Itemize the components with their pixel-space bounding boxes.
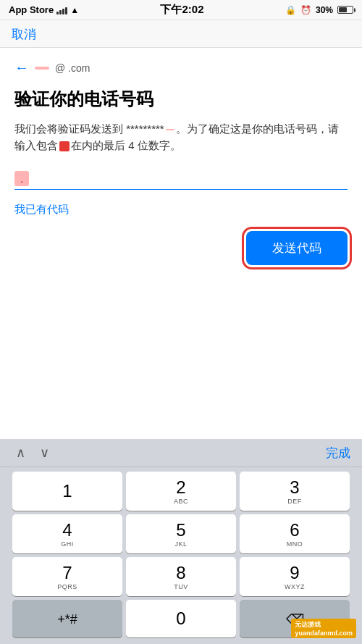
description: 我们会将验证码发送到 ********* 。为了确定这是你的电话号码，请输入包含… [14, 120, 348, 154]
keyboard-toolbar: ∧ ∨ 完成 [0, 439, 362, 467]
key-5-num: 5 [176, 522, 185, 539]
battery-percent: 30% [316, 5, 333, 15]
key-0-num: 0 [176, 610, 185, 627]
code-input-value: . [14, 171, 29, 186]
key-8-num: 8 [176, 564, 185, 582]
key-1[interactable]: 1 [12, 472, 122, 511]
battery-icon [337, 6, 353, 14]
key-2-letters: ABC [174, 498, 188, 505]
nav-bar: 取消 [0, 20, 362, 48]
input-area[interactable]: . [14, 171, 348, 190]
key-4[interactable]: 4 GHI [12, 514, 122, 553]
key-3-letters: DEF [287, 498, 302, 505]
back-arrow-icon[interactable]: ← [14, 59, 29, 76]
status-bar: App Store ▲ 下午2:02 🔒 ⏰ 30% [0, 0, 362, 20]
clock: 下午2:02 [160, 3, 203, 17]
key-5-letters: JKL [174, 540, 187, 548]
key-3-num: 3 [290, 479, 299, 496]
key-0[interactable]: 0 [126, 600, 236, 637]
key-1-num: 1 [62, 482, 72, 500]
keyboard-area: ∧ ∨ 完成 1 2 ABC 3 DEF 4 GHI [0, 439, 362, 644]
send-btn-row: 发送代码 [14, 231, 348, 265]
key-3[interactable]: 3 DEF [240, 472, 350, 511]
key-4-num: 4 [62, 522, 72, 539]
key-8-letters: TUV [174, 583, 188, 590]
page-title: 验证你的电话号码 [14, 89, 348, 110]
content-area: ← @ .com 验证你的电话号码 我们会将验证码发送到 ********* 。… [0, 48, 362, 284]
key-special-chars[interactable]: +*# [12, 600, 122, 637]
send-code-button[interactable]: 发送代码 [246, 231, 348, 265]
key-row-2: 4 GHI 5 JKL 6 MNO [2, 514, 360, 553]
key-row-1: 1 2 ABC 3 DEF [2, 472, 360, 511]
email-masked [35, 67, 49, 70]
key-9-letters: WXYZ [285, 583, 305, 590]
chevron-up-button[interactable]: ∧ [12, 443, 30, 462]
phone-masked [166, 129, 174, 130]
alarm-icon: ⏰ [300, 5, 311, 15]
key-4-letters: GHI [61, 540, 74, 548]
key-9[interactable]: 9 WXYZ [240, 557, 350, 596]
key-2[interactable]: 2 ABC [126, 472, 236, 511]
cancel-button[interactable]: 取消 [12, 26, 36, 43]
app-store-label: App Store [9, 4, 54, 15]
key-7-letters: PQRS [57, 583, 77, 590]
key-7-num: 7 [62, 564, 72, 582]
code-input-wrapper[interactable]: . [14, 171, 348, 190]
chevron-down-button[interactable]: ∨ [35, 443, 54, 462]
key-6-num: 6 [290, 522, 299, 539]
desc-text-1: 我们会将验证码发送到 ********* [14, 122, 164, 135]
desc-text-3: 在内的最后 4 位数字。 [71, 139, 181, 151]
key-7[interactable]: 7 PQRS [12, 557, 122, 596]
key-row-3: 7 PQRS 8 TUV 9 WXYZ [2, 557, 360, 596]
done-button[interactable]: 完成 [326, 445, 350, 461]
red-square-icon [59, 141, 70, 151]
status-right: 🔒 ⏰ 30% [285, 5, 353, 15]
signal-bars-icon [56, 6, 67, 14]
wifi-icon: ▲ [70, 5, 79, 15]
key-2-num: 2 [176, 479, 185, 496]
email-suffix: @ .com [55, 62, 90, 74]
key-8[interactable]: 8 TUV [126, 557, 236, 596]
chevron-group: ∧ ∨ [12, 443, 54, 462]
key-6-letters: MNO [287, 540, 303, 548]
watermark: 元达游戏yuandafanmd.com [291, 619, 356, 638]
back-row: ← @ .com [14, 59, 348, 76]
key-special-chars-label: +*# [57, 612, 77, 627]
key-5[interactable]: 5 JKL [126, 514, 236, 553]
watermark-text: 元达游戏yuandafanmd.com [295, 621, 353, 637]
key-9-num: 9 [290, 564, 299, 582]
have-code-link[interactable]: 我已有代码 [14, 203, 348, 217]
keyboard-keys: 1 2 ABC 3 DEF 4 GHI 5 JKL 6 [0, 467, 362, 644]
key-6[interactable]: 6 MNO [240, 514, 350, 553]
status-left: App Store ▲ [9, 4, 79, 15]
lock-icon: 🔒 [285, 5, 296, 15]
